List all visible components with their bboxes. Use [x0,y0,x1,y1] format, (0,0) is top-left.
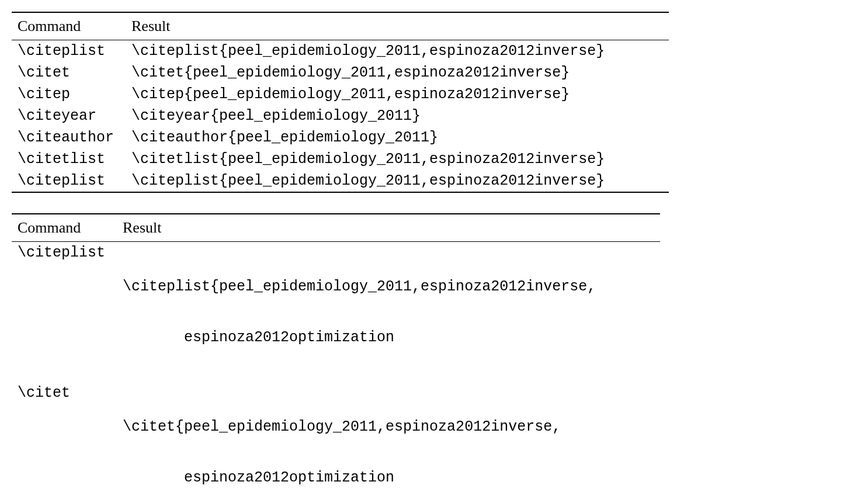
table-row: \citeplist \citeplist{peel_epidemiology_… [12,40,669,63]
command-cell: \citet [12,62,126,84]
result-line-continuation: espinoza2012optimization [123,329,648,346]
table-header-row: Command Result [12,12,669,40]
header-result: Result [126,12,669,40]
result-cell: \citeplist{peel_epidemiology_2011,espino… [126,40,669,63]
result-cell: \citetlist{peel_epidemiology_2011,espino… [126,148,669,170]
command-cell: \citeauthor [12,127,126,148]
command-cell: \citeyear [12,105,126,127]
result-cell: \citet{peel_epidemiology_2011,espinoza20… [117,382,660,499]
table-row: \citeauthor \citeauthor{peel_epidemiolog… [12,127,669,148]
header-result: Result [117,214,660,242]
result-line-continuation: espinoza2012optimization [123,469,648,486]
table-row: \citet \citet{peel_epidemiology_2011,esp… [12,62,669,84]
table-row: \citeyear \citeyear{peel_epidemiology_20… [12,105,669,127]
table-row: \citetlist \citetlist{peel_epidemiology_… [12,148,669,170]
result-cell: \citeplist{peel_epidemiology_2011,espino… [117,242,660,383]
table-row: \citet \citet{peel_epidemiology_2011,esp… [12,382,660,499]
command-cell: \citet [12,382,117,499]
header-command: Command [12,214,117,242]
citation-table-1: Command Result \citeplist \citeplist{pee… [12,12,669,193]
command-cell: \citeplist [12,170,126,192]
table-row: \citeplist \citeplist{peel_epidemiology_… [12,170,669,192]
result-line: \citeplist{peel_epidemiology_2011,espino… [123,278,648,295]
result-cell: \citeyear{peel_epidemiology_2011} [126,105,669,127]
table-row: \citeplist \citeplist{peel_epidemiology_… [12,242,660,383]
table-row: \citep \citep{peel_epidemiology_2011,esp… [12,84,669,105]
citation-table-2: Command Result \citeplist \citeplist{pee… [12,213,660,499]
command-cell: \citetlist [12,148,126,170]
command-cell: \citeplist [12,40,126,63]
command-cell: \citep [12,84,126,105]
result-cell: \citet{peel_epidemiology_2011,espinoza20… [126,62,669,84]
result-cell: \citep{peel_epidemiology_2011,espinoza20… [126,84,669,105]
command-cell: \citeplist [12,242,117,383]
result-line: \citet{peel_epidemiology_2011,espinoza20… [123,418,648,435]
result-cell: \citeauthor{peel_epidemiology_2011} [126,127,669,148]
result-cell: \citeplist{peel_epidemiology_2011,espino… [126,170,669,192]
header-command: Command [12,12,126,40]
table-header-row: Command Result [12,214,660,242]
